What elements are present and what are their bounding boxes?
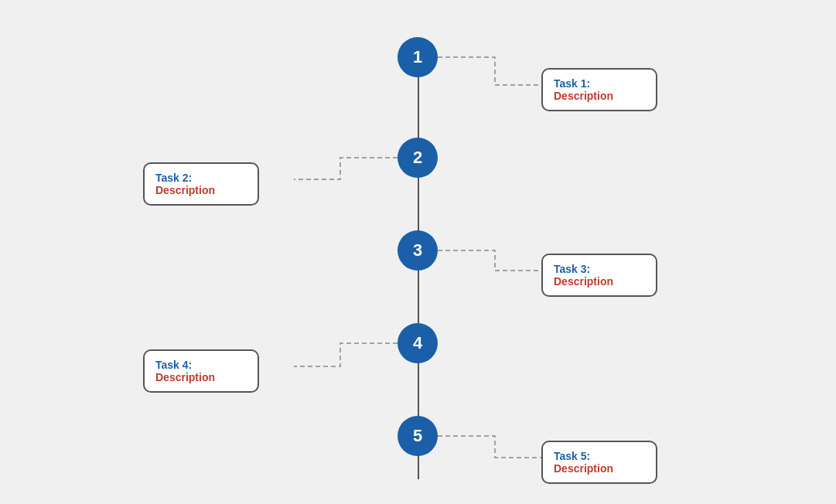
- diagram-container: 1 Task 1: Description 2 Task 2: Descript…: [0, 0, 836, 504]
- task-title-1: Task 1:: [554, 77, 645, 90]
- task-desc-3: Description: [554, 275, 645, 288]
- task-title-5: Task 5:: [554, 450, 645, 462]
- task-desc-1: Description: [554, 90, 645, 102]
- step-circle-2: 2: [398, 138, 438, 178]
- task-box-4: Task 4: Description: [143, 349, 259, 393]
- step-circle-4: 4: [398, 323, 438, 363]
- step-label-1: 1: [413, 47, 422, 67]
- step-label-5: 5: [413, 426, 422, 446]
- task-box-3: Task 3: Description: [541, 254, 657, 297]
- task-title-3: Task 3:: [554, 263, 645, 275]
- step-circle-1: 1: [398, 37, 438, 77]
- task-box-1: Task 1: Description: [541, 68, 657, 111]
- task-box-5: Task 5: Description: [541, 441, 657, 484]
- task-box-2: Task 2: Description: [143, 162, 259, 206]
- task-desc-5: Description: [554, 462, 645, 475]
- step-label-4: 4: [413, 333, 422, 353]
- step-label-3: 3: [413, 240, 422, 261]
- step-label-2: 2: [413, 148, 422, 168]
- task-title-4: Task 4:: [155, 359, 247, 371]
- task-title-2: Task 2:: [155, 172, 247, 184]
- step-circle-3: 3: [398, 230, 438, 271]
- task-desc-4: Description: [155, 371, 247, 383]
- task-desc-2: Description: [155, 184, 247, 196]
- step-circle-5: 5: [398, 416, 438, 456]
